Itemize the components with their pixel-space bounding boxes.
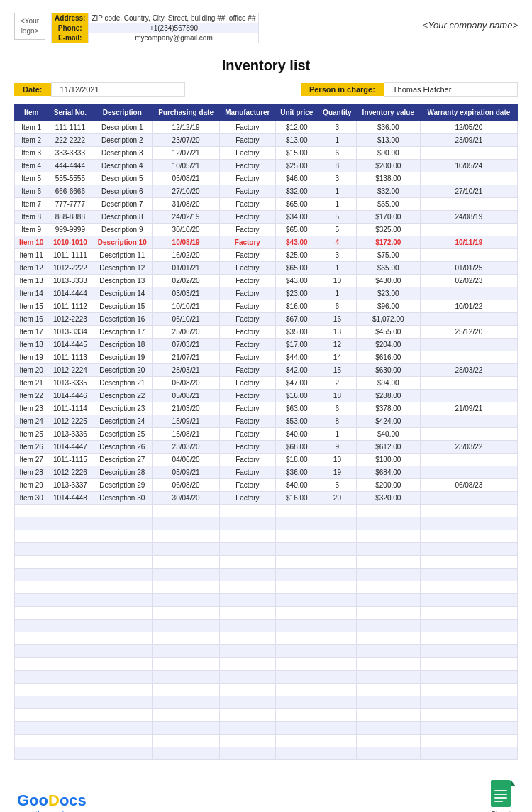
table-row: Item 151011-1112Description 1510/10/21Fa…	[15, 300, 518, 313]
table-cell: Description 25	[92, 428, 153, 441]
table-cell: 333-3333	[48, 147, 92, 160]
table-cell: $40.00	[275, 479, 318, 492]
table-cell: Factory	[219, 492, 275, 505]
empty-cell	[153, 620, 220, 632]
table-cell: Description 23	[92, 402, 153, 415]
empty-cell	[275, 658, 318, 671]
table-cell: $75.00	[356, 249, 420, 262]
col-quantity: Quantity	[318, 104, 356, 121]
brand-name: GooDocs	[17, 791, 93, 810]
table-cell: Description 17	[92, 326, 153, 339]
empty-cell	[420, 607, 517, 620]
empty-cell	[219, 607, 275, 620]
empty-cell	[420, 517, 517, 530]
table-cell: $65.00	[275, 224, 318, 236]
empty-cell	[219, 645, 275, 658]
empty-cell	[92, 556, 153, 569]
table-cell	[420, 147, 517, 160]
empty-cell	[420, 645, 517, 658]
table-cell	[420, 313, 517, 326]
empty-row	[15, 671, 518, 684]
table-cell: $612.00	[356, 441, 420, 454]
empty-cell	[420, 722, 517, 735]
table-row: Item 231011-1114Description 2321/03/20Fa…	[15, 402, 518, 415]
logo-contact-area: <Yourlogo> Address: ZIP code, Country, C…	[14, 13, 259, 43]
table-cell: 4	[318, 236, 356, 249]
table-cell: Description 14	[92, 287, 153, 300]
table-cell: 28/03/21	[153, 364, 220, 377]
empty-cell	[219, 581, 275, 594]
empty-cell	[356, 722, 420, 735]
table-cell: Description 26	[92, 441, 153, 454]
table-cell: 12/12/19	[153, 121, 220, 134]
table-cell: 8	[318, 415, 356, 428]
empty-cell	[356, 556, 420, 569]
empty-row	[15, 505, 518, 517]
table-cell: Item 15	[15, 300, 48, 313]
empty-cell	[15, 556, 48, 569]
table-cell: Factory	[219, 287, 275, 300]
email-value: mycompany@gmail.com	[89, 33, 259, 43]
table-row: Item 261014-4447Description 2623/03/20Fa…	[15, 441, 518, 454]
table-cell: Description 20	[92, 364, 153, 377]
empty-cell	[15, 530, 48, 543]
table-cell: 6	[318, 402, 356, 415]
empty-cell	[153, 517, 220, 530]
empty-cell	[318, 607, 356, 620]
empty-cell	[318, 645, 356, 658]
empty-row	[15, 543, 518, 556]
empty-cell	[92, 607, 153, 620]
empty-cell	[48, 671, 92, 684]
table-cell: $35.00	[275, 326, 318, 339]
table-cell: 01/01/25	[420, 262, 517, 275]
table-cell: $204.00	[356, 339, 420, 351]
col-manufacturer: Manufacturer	[219, 104, 275, 121]
table-cell: 1	[318, 185, 356, 198]
date-value: 11/12/2021	[51, 82, 185, 97]
empty-cell	[318, 517, 356, 530]
table-cell: 111-1111	[48, 121, 92, 134]
table-cell: 07/03/21	[153, 339, 220, 351]
table-cell: Description 5	[92, 172, 153, 185]
table-row: Item 3333-3333Description 312/07/21Facto…	[15, 147, 518, 160]
empty-cell	[92, 517, 153, 530]
table-cell: Factory	[219, 339, 275, 351]
table-cell: Factory	[219, 402, 275, 415]
table-cell: 06/08/20	[153, 377, 220, 390]
empty-cell	[318, 722, 356, 735]
table-cell: Item 14	[15, 287, 48, 300]
table-cell: 10	[318, 454, 356, 466]
phone-label: Phone:	[52, 23, 89, 33]
table-cell: 777-7777	[48, 198, 92, 211]
table-cell: Item 6	[15, 185, 48, 198]
table-cell: 3	[318, 172, 356, 185]
empty-cell	[92, 543, 153, 556]
empty-cell	[275, 632, 318, 645]
table-cell: 10/05/24	[420, 160, 517, 172]
empty-cell	[420, 594, 517, 607]
svg-marker-2	[511, 780, 515, 786]
table-cell: 25/12/20	[420, 326, 517, 339]
table-cell: $23.00	[275, 287, 318, 300]
table-cell: 1	[318, 134, 356, 147]
table-cell: 02/02/20	[153, 275, 220, 287]
empty-cell	[420, 620, 517, 632]
table-cell: 10	[318, 275, 356, 287]
empty-cell	[15, 594, 48, 607]
empty-cell	[275, 620, 318, 632]
table-cell: 23/03/22	[420, 441, 517, 454]
table-cell: 5	[318, 211, 356, 224]
empty-cell	[275, 530, 318, 543]
empty-cell	[275, 709, 318, 722]
empty-cell	[356, 543, 420, 556]
empty-cell	[15, 722, 48, 735]
empty-row	[15, 530, 518, 543]
contact-table: Address: ZIP code, Country, City, Street…	[51, 13, 259, 43]
table-row: Item 141014-4444Description 1403/03/21Fa…	[15, 287, 518, 300]
empty-cell	[15, 671, 48, 684]
empty-cell	[356, 517, 420, 530]
table-cell: Item 5	[15, 172, 48, 185]
empty-cell	[15, 517, 48, 530]
empty-cell	[318, 632, 356, 645]
empty-cell	[356, 747, 420, 760]
